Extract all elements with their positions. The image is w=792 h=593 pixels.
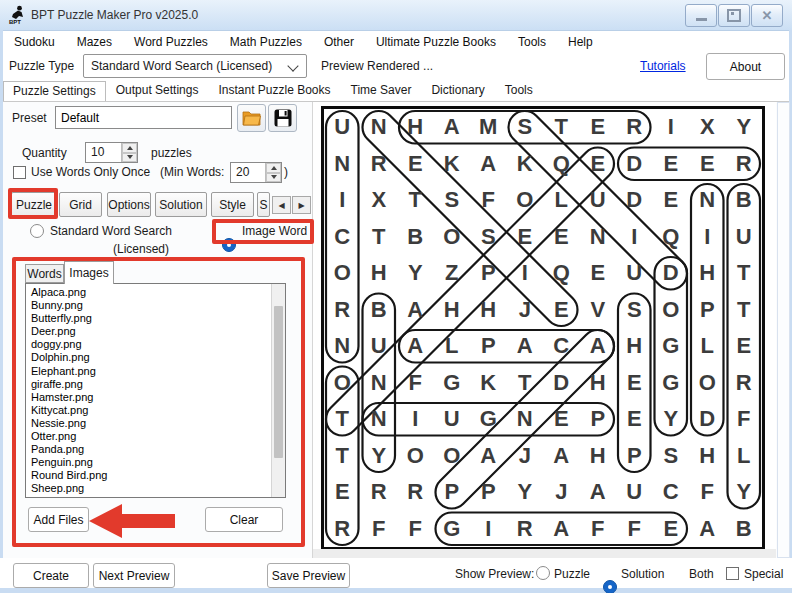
list-scrollbar-thumb[interactable] [274,306,283,458]
sub-tab-style[interactable]: Style [211,192,254,217]
use-words-once-checkbox[interactable] [13,166,26,179]
tab-instant-puzzle-books[interactable]: Instant Puzzle Books [208,80,340,101]
list-item[interactable]: Panda.png [26,443,285,456]
list-item[interactable]: Nessie.png [26,417,285,430]
arrow-right-icon: ▶ [298,201,304,210]
grid-letter: E [726,328,763,365]
about-button[interactable]: About [706,53,785,80]
grid-letter: J [507,438,544,475]
grid-letter: E [616,401,653,438]
grid-letter: F [397,365,434,402]
list-item[interactable]: Elephant.png [26,365,285,378]
menu-item-tools[interactable]: Tools [507,35,557,49]
grid-letter: E [580,146,617,183]
menu-item-other[interactable]: Other [313,35,365,49]
grid-letter: I [616,219,653,256]
min-words-down-button[interactable] [266,173,281,183]
grid-letter: E [580,109,617,146]
subtab-scroll-right[interactable]: ▶ [292,196,311,214]
radio-puzzle-label: Puzzle [554,567,590,581]
arrow-left-icon: ◀ [278,201,284,210]
list-item[interactable]: Penguin.png [26,456,285,469]
standard-word-search-radio[interactable] [30,224,44,238]
puzzle-type-select[interactable]: Standard Word Search (Licensed) [83,54,307,78]
quantity-down-button[interactable] [122,153,137,163]
tab-time-saver[interactable]: Time Saver [341,80,422,101]
next-preview-button[interactable]: Next Preview [93,563,175,588]
min-words-up-button[interactable] [266,163,281,173]
tab-words[interactable]: Words [25,264,64,283]
grid-letter: A [580,328,617,365]
grid-letter: Y [507,474,544,511]
tab-dictionary[interactable]: Dictionary [421,80,494,101]
preview-scrollbar[interactable] [777,102,790,558]
grid-letter: E [324,474,361,511]
maximize-button[interactable] [718,4,750,27]
list-item[interactable]: Sheep.png [26,482,285,495]
list-item[interactable]: Dolphin.png [26,351,285,364]
menu-item-math-puzzles[interactable]: Math Puzzles [219,35,313,49]
quantity-stepper[interactable]: 10 [85,142,138,163]
quantity-up-button[interactable] [122,143,137,153]
add-files-button[interactable]: Add Files [28,507,89,532]
grid-letter: P [580,401,617,438]
tab-tools[interactable]: Tools [495,80,543,101]
list-item[interactable]: Kittycat.png [26,404,285,417]
list-item[interactable]: Deer.png [26,325,285,338]
save-preview-button[interactable]: Save Preview [267,563,350,588]
subtab-scroll-left[interactable]: ◀ [272,196,291,214]
special-checkbox[interactable] [726,567,739,580]
clear-button[interactable]: Clear [205,507,283,532]
sub-tab-puzzle[interactable]: Puzzle [11,192,57,217]
create-button[interactable]: Create [13,563,89,588]
grid-letter: O [653,292,690,329]
list-item[interactable]: Bunny.png [26,299,285,312]
open-preset-button[interactable] [237,104,266,132]
menu-item-mazes[interactable]: Mazes [66,35,123,49]
preset-input[interactable] [55,106,232,129]
grid-letter: F [689,474,726,511]
list-item[interactable]: Alpaca.png [26,284,285,299]
menu-item-help[interactable]: Help [557,35,604,49]
close-icon: ✕ [762,9,773,22]
list-scrollbar[interactable] [271,284,285,497]
tab-output-settings[interactable]: Output Settings [106,80,209,101]
sub-tab-s[interactable]: S [257,192,270,217]
grid-letter: A [543,438,580,475]
radio-puzzle[interactable] [536,566,550,580]
list-item[interactable]: Round Bird.png [26,469,285,482]
grid-letter: G [653,365,690,402]
tutorials-link[interactable]: Tutorials [640,59,686,73]
sub-tab-solution[interactable]: Solution [155,192,207,217]
grid-letter: O [397,438,434,475]
grid-letter: I [397,401,434,438]
sub-tab-grid[interactable]: Grid [59,192,102,217]
sub-tab-options[interactable]: Options [107,192,151,217]
close-button[interactable]: ✕ [751,4,783,27]
list-item[interactable]: doggy.png [26,338,285,351]
list-item[interactable]: giraffe.png [26,378,285,391]
menu-item-sudoku[interactable]: Sudoku [3,35,66,49]
image-file-list[interactable]: Alpaca.pngBunny.pngButterfly.pngDeer.png… [25,283,286,498]
tab-puzzle-settings[interactable]: Puzzle Settings [3,81,106,102]
radio-solution[interactable] [603,580,617,593]
grid-letter: E [653,182,690,219]
menu-item-ultimate-puzzle-books[interactable]: Ultimate Puzzle Books [365,35,507,49]
grid-letter: U [616,474,653,511]
menu-item-word-puzzles[interactable]: Word Puzzles [123,35,219,49]
tab-images-label: Images [69,266,108,280]
list-item[interactable]: Butterfly.png [26,312,285,325]
grid-letter: N [324,328,361,365]
minimize-button[interactable] [685,4,717,27]
image-word-search-radio[interactable] [222,238,236,252]
grid-letter: D [653,255,690,292]
list-item[interactable]: Hamster.png [26,391,285,404]
grid-letter: U [726,219,763,256]
grid-letter: A [580,474,617,511]
grid-letter: R [324,292,361,329]
save-preset-button[interactable] [268,104,297,132]
min-words-stepper[interactable]: 20 [230,162,282,183]
svg-text:BPT: BPT [9,19,21,25]
tab-images[interactable]: Images [64,261,114,284]
list-item[interactable]: Otter.png [26,430,285,443]
